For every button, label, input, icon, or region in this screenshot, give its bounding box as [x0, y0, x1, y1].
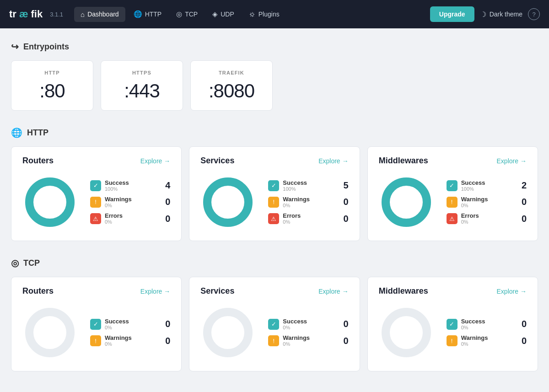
entrypoints-header: ↪ Entrypoints [11, 41, 538, 52]
entry-traefik-port: :8080 [209, 80, 254, 102]
tcp-middlewares-explore[interactable]: Explore → [497, 288, 527, 295]
explore-arrow-tcp-s: → [342, 288, 349, 295]
explore-arrow-tcp-m: → [520, 288, 527, 295]
tcp-services-legend: ✓ Success 0% 0 ! Warnings 0% [268, 318, 348, 347]
http-middlewares-body: ✓ Success 100% 2 ! Warnings 0% [379, 175, 527, 230]
http-services-legend: ✓ Success 100% 5 ! Warnings 0% [268, 180, 348, 225]
http-routers-legend: ✓ Success 100% 4 ! Warnings 0% [90, 180, 170, 225]
http-routers-explore[interactable]: Explore → [140, 157, 170, 165]
tcp-routers-header: Routers Explore → [22, 286, 170, 296]
tcp-middlewares-card: Middlewares Explore → ✓ [367, 277, 538, 371]
http-middlewares-success-row: ✓ Success 100% 2 [447, 180, 527, 192]
nav-dashboard[interactable]: ⌂ Dashboard [74, 7, 125, 22]
logo-accent: æ [19, 8, 28, 20]
svg-point-3 [207, 182, 248, 223]
tcp-routers-explore[interactable]: Explore → [140, 288, 170, 295]
tcp-section-header: ◎ TCP [11, 258, 538, 268]
nav-items: ⌂ Dashboard 🌐 HTTP ◎ TCP ◈ UDP ⛭ Plugins [74, 6, 426, 22]
http-middlewares-legend: ✓ Success 100% 2 ! Warnings 0% [447, 180, 527, 225]
http-middlewares-warning-row: ! Warnings 0% 0 [447, 196, 527, 208]
http-middlewares-explore[interactable]: Explore → [497, 157, 527, 165]
tcp-middlewares-warning-row: ! Warnings 0% 0 [447, 335, 527, 347]
http-services-header: Services Explore → [200, 156, 348, 166]
http-services-explore[interactable]: Explore → [318, 157, 348, 165]
tcp-warning-icon: ! [90, 335, 101, 346]
http-middlewares-warning-count: 0 [517, 197, 527, 207]
http-services-warning-count: 0 [339, 197, 349, 207]
tcp-middlewares-body: ✓ Success 0% 0 ! Warnings 0% [379, 305, 527, 360]
entry-http-port: :80 [39, 80, 65, 102]
success-icon-svc: ✓ [268, 180, 279, 191]
udp-icon: ◈ [212, 10, 218, 18]
http-services-error-count: 0 [339, 214, 349, 224]
upgrade-button[interactable]: Upgrade [430, 6, 474, 22]
warning-icon-mw: ! [447, 197, 458, 208]
http-section: 🌐 HTTP Routers Explore → [11, 127, 538, 241]
tcp-routers-success-row: ✓ Success 0% 0 [90, 318, 170, 330]
svg-point-1 [29, 182, 70, 223]
http-services-error-row: ⚠ Errors 0% 0 [268, 213, 348, 225]
http-routers-header: Routers Explore → [22, 156, 170, 166]
tcp-routers-warning-count: 0 [161, 336, 170, 346]
tcp-section-title: TCP [23, 258, 40, 268]
nav-tcp-label: TCP [185, 11, 198, 18]
entry-card-https: HTTPS :443 [101, 60, 183, 111]
entry-card-http: HTTP :80 [11, 60, 93, 111]
http-routers-error-count: 0 [161, 214, 170, 224]
svg-point-5 [386, 182, 427, 223]
tcp-services-donut [200, 305, 255, 360]
tcp-middlewares-title: Middlewares [379, 286, 428, 296]
http-routers-title: Routers [22, 156, 54, 166]
svg-point-7 [207, 312, 248, 353]
tcp-cards-row: Routers Explore → ✓ [11, 277, 538, 371]
http-routers-card: Routers Explore → ✓ [11, 146, 182, 241]
entry-card-traefik: TRAEFIK :8080 [190, 60, 273, 111]
http-globe-icon: 🌐 [134, 10, 142, 18]
http-routers-explore-label: Explore [140, 157, 162, 165]
nav-udp-label: UDP [221, 11, 234, 18]
tcp-mw-warning-icon: ! [447, 335, 458, 346]
nav-plugins[interactable]: ⛭ Plugins [242, 7, 286, 22]
entry-traefik-label: TRAEFIK [219, 70, 244, 75]
http-services-body: ✓ Success 100% 5 ! Warnings 0% [200, 175, 348, 230]
http-routers-body: ✓ Success 100% 4 ! Warnings 0% [22, 175, 170, 230]
home-icon: ⌂ [81, 11, 85, 18]
tcp-routers-legend: ✓ Success 0% 0 ! Warnings 0% [90, 318, 170, 347]
tcp-services-success-row: ✓ Success 0% 0 [268, 318, 348, 330]
nav-dashboard-label: Dashboard [87, 11, 119, 18]
nav-udp[interactable]: ◈ UDP [206, 6, 241, 22]
http-middlewares-error-count: 0 [517, 214, 527, 224]
explore-arrow-icon-2: → [342, 157, 349, 165]
tcp-routers-donut [22, 305, 77, 360]
http-middlewares-explore-label: Explore [497, 157, 518, 165]
plugins-icon: ⛭ [249, 11, 256, 18]
http-routers-warning-row: ! Warnings 0% 0 [90, 196, 170, 208]
tcp-middlewares-donut [379, 305, 434, 360]
warning-icon: ! [90, 197, 101, 208]
help-button[interactable]: ? [528, 8, 540, 20]
dark-theme-toggle[interactable]: ☽ Dark theme [480, 10, 522, 19]
http-services-card: Services Explore → ✓ [189, 146, 360, 241]
tcp-services-explore[interactable]: Explore → [318, 288, 348, 295]
http-services-title: Services [200, 156, 234, 166]
http-section-header: 🌐 HTTP [11, 127, 538, 138]
tcp-services-title: Services [200, 286, 234, 296]
tcp-icon: ◎ [176, 10, 182, 18]
tcp-svc-warning-icon: ! [268, 335, 279, 346]
explore-arrow-icon: → [164, 157, 170, 165]
tcp-routers-success-count: 0 [161, 319, 170, 329]
http-services-explore-label: Explore [318, 157, 340, 165]
http-routers-success-text: Success 100% [105, 180, 157, 192]
entrypoints-title: Entrypoints [23, 42, 69, 52]
dark-theme-label: Dark theme [490, 11, 522, 18]
http-routers-error-row: ⚠ Errors 0% 0 [90, 213, 170, 225]
page-content: ↪ Entrypoints HTTP :80 HTTPS :443 TRAEFI… [0, 28, 549, 392]
http-services-success-row: ✓ Success 100% 5 [268, 180, 348, 192]
nav-http[interactable]: 🌐 HTTP [127, 6, 168, 22]
tcp-section: ◎ TCP Routers Explore → [11, 258, 538, 371]
http-middlewares-error-row: ⚠ Errors 0% 0 [447, 213, 527, 225]
warning-icon-svc: ! [268, 197, 279, 208]
nav-tcp[interactable]: ◎ TCP [170, 6, 204, 22]
navbar: træfik 3.1.1 ⌂ Dashboard 🌐 HTTP ◎ TCP ◈ … [0, 0, 549, 28]
http-routers-donut [22, 175, 77, 230]
